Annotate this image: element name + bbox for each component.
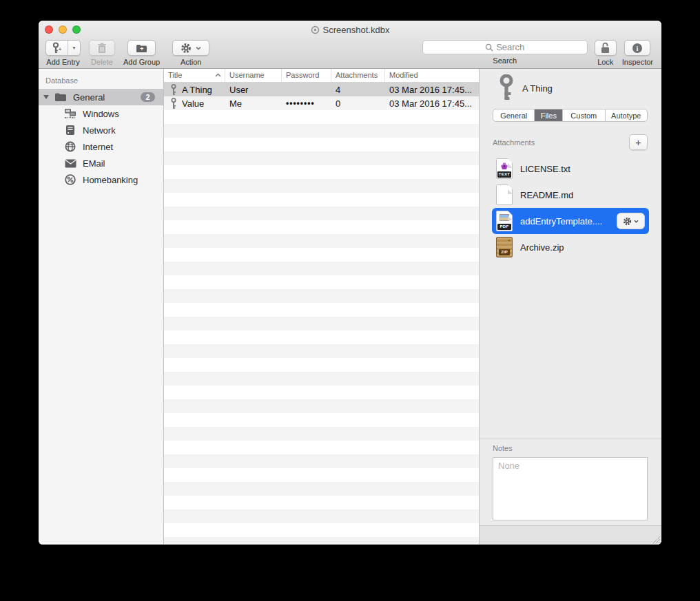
empty-table-row: [164, 386, 479, 399]
entry-cell-attachments: 0: [331, 96, 385, 110]
empty-table-row: [164, 165, 479, 179]
empty-table-row: [164, 344, 479, 358]
inspector-tabs: GeneralFilesCustomAutotype: [493, 109, 648, 122]
notes-textarea[interactable]: [493, 457, 648, 520]
add-group-button[interactable]: +: [127, 40, 156, 56]
entry-key-icon: [497, 74, 515, 102]
empty-table-row: [164, 179, 479, 193]
tab-custom[interactable]: Custom: [563, 109, 605, 121]
column-header-username[interactable]: Username: [225, 69, 282, 82]
window-chrome: Screenshot.kdbx + ▾ Add Entry: [39, 21, 661, 69]
gear-icon: [623, 217, 632, 226]
entry-row[interactable]: ValueMe••••••••003 Mar 2016 17:45...: [164, 96, 479, 110]
empty-table-row: [164, 372, 479, 386]
sidebar-item-internet[interactable]: Internet: [39, 138, 163, 155]
attachment-row[interactable]: TEXTLICENSE.txt: [492, 156, 649, 182]
delete-button[interactable]: [89, 40, 115, 56]
notes-label: Notes: [493, 444, 513, 452]
titlebar: Screenshot.kdbx: [39, 21, 661, 39]
resize-grip[interactable]: [653, 536, 660, 543]
sidebar-group-general[interactable]: General 2: [39, 89, 163, 105]
empty-table-row: [164, 496, 479, 509]
attachment-row[interactable]: README.md: [492, 182, 649, 208]
empty-table-row: [164, 248, 479, 262]
disclosure-triangle-icon[interactable]: [43, 95, 49, 99]
close-button[interactable]: [45, 25, 53, 34]
search-field[interactable]: Search: [422, 40, 588, 54]
empty-table-row: [164, 124, 479, 138]
add-entry-label: Add Entry: [46, 58, 79, 66]
attachment-row[interactable]: +ZIPArchive.zip: [492, 234, 649, 260]
tab-general[interactable]: General: [493, 109, 535, 121]
sidebar-group-label: General: [73, 92, 105, 103]
column-header-modified[interactable]: Modified: [385, 69, 479, 82]
tab-files[interactable]: Files: [535, 109, 563, 121]
entry-cell-modified: 03 Mar 2016 17:45...: [385, 96, 479, 110]
sidebar-item-windows[interactable]: Windows: [39, 105, 163, 122]
window-title: Screenshot.kdbx: [323, 25, 390, 35]
svg-text:+: +: [59, 47, 61, 52]
action-button[interactable]: [172, 40, 209, 56]
entry-cell-password: [282, 83, 331, 96]
toolbar: + ▾ Add Entry Delete +: [39, 39, 661, 69]
empty-table-row: [164, 441, 479, 454]
attachment-row[interactable]: PDFaddEntryTemplate....: [492, 208, 649, 234]
sidebar-item-network[interactable]: Network: [39, 122, 163, 138]
empty-table-row: [164, 234, 479, 248]
database-section-header: Database: [39, 69, 163, 89]
add-attachment-button[interactable]: +: [629, 134, 648, 150]
inspector-panel: A Thing GeneralFilesCustomAutotype Attac…: [480, 69, 661, 545]
empty-table-row: [164, 220, 479, 234]
inspector-button[interactable]: i: [624, 40, 650, 56]
folder-plus-icon: +: [136, 43, 147, 53]
column-header-attachments[interactable]: Attachments: [331, 69, 385, 82]
entry-cell-attachments: 4: [331, 83, 385, 96]
empty-table-row: [164, 151, 479, 165]
table-header: TitleUsernamePasswordAttachmentsModified: [164, 69, 479, 83]
attachments-label: Attachments: [493, 138, 535, 147]
empty-table-row: [164, 317, 479, 330]
globe-icon: [63, 140, 77, 153]
entry-cell-modified: 03 Mar 2016 17:45...: [385, 83, 479, 96]
server-icon: [63, 124, 77, 136]
pdf-file-icon: PDF: [496, 211, 513, 231]
empty-table-row: [164, 399, 479, 413]
gear-icon: [181, 43, 192, 54]
tab-autotype[interactable]: Autotype: [606, 109, 647, 121]
inspector-label: Inspector: [622, 58, 653, 66]
empty-table-row: [164, 468, 479, 482]
svg-text:+: +: [140, 45, 143, 52]
inspector-entry-title: A Thing: [522, 83, 553, 94]
empty-table-row: [164, 427, 479, 441]
column-header-title[interactable]: Title: [164, 69, 225, 82]
column-header-password[interactable]: Password: [282, 69, 331, 82]
entry-row[interactable]: A ThingUser403 Mar 2016 17:45...: [164, 83, 479, 96]
open-padlock-icon: [600, 42, 610, 54]
empty-table-row: [164, 523, 479, 537]
entry-title-cell: A Thing: [164, 83, 225, 96]
sidebar-item-homebanking[interactable]: Homebanking: [39, 171, 163, 188]
sidebar-item-email[interactable]: EMail: [39, 155, 163, 171]
search-input[interactable]: [423, 41, 587, 54]
percent-icon: [63, 173, 77, 186]
entry-count-badge: 2: [141, 92, 155, 102]
zoom-button[interactable]: [72, 25, 81, 34]
empty-table-row: [164, 262, 479, 275]
app-window: Screenshot.kdbx + ▾ Add Entry: [39, 21, 661, 545]
attachment-actions-button[interactable]: [617, 213, 645, 229]
folder-icon: [54, 91, 68, 103]
sidebar: Database General 2 WindowsNetworkInterne…: [39, 69, 163, 545]
empty-table-row: [164, 303, 479, 317]
zip-file-icon: +ZIP: [496, 237, 513, 257]
document-proxy-icon[interactable]: [311, 25, 320, 34]
entry-cell-username: Me: [225, 96, 282, 110]
entry-cell-password: ••••••••: [282, 96, 331, 110]
notes-separator: [480, 439, 661, 439]
info-icon: i: [632, 43, 643, 54]
add-entry-button[interactable]: + ▾: [45, 40, 81, 56]
trash-icon: [97, 43, 107, 54]
lock-button[interactable]: [595, 40, 617, 56]
minimize-button[interactable]: [59, 25, 67, 34]
empty-table-row: [164, 413, 479, 427]
add-entry-dropdown[interactable]: ▾: [68, 41, 80, 55]
